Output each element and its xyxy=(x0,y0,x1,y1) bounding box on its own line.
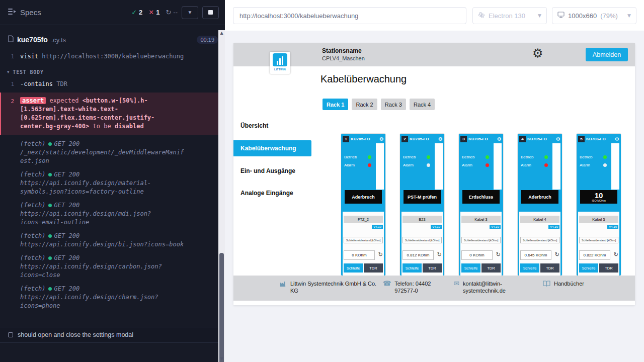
reporter-scrollbar[interactable]: ▲ ▼ xyxy=(218,30,225,362)
scrollbar-thumb[interactable] xyxy=(219,253,224,362)
gear-icon[interactable]: ⚙ xyxy=(497,136,502,142)
browser-name: Electron 130 xyxy=(489,12,525,20)
tdr-button[interactable]: TDR xyxy=(540,263,559,273)
schleife-button[interactable]: Schleife xyxy=(520,263,539,273)
station-label: Stationsname xyxy=(322,47,362,54)
viewport-select[interactable]: 1000x660 (79%) ▼ xyxy=(552,7,636,24)
sidebar-item-analoge-eingaenge[interactable]: Analoge Eingänge xyxy=(233,185,311,201)
gear-icon[interactable]: ⚙ xyxy=(438,136,443,142)
status-dot-icon xyxy=(48,234,52,238)
fetch-label: (fetch) xyxy=(20,140,46,148)
schleife-button[interactable]: Schleife xyxy=(461,263,480,273)
status-display: Erdschluss xyxy=(462,190,500,204)
led-strip xyxy=(494,143,502,190)
status-display: PST-M prüfen xyxy=(404,190,441,204)
led-strip xyxy=(611,143,619,190)
scroll-up-icon[interactable]: ▲ xyxy=(218,30,225,36)
loop-resistance-value: 0.822 KOhm xyxy=(579,250,610,260)
status-display: Aderbruch xyxy=(345,190,382,204)
command-number: 2 xyxy=(5,97,14,106)
alarm-led xyxy=(603,163,607,167)
sidebar-item-ein-ausgaenge[interactable]: Ein- und Ausgänge xyxy=(233,163,311,179)
schleife-button[interactable]: Schleife xyxy=(579,263,598,273)
collapse-button[interactable]: ▼ xyxy=(182,6,198,19)
next-test-row[interactable]: should open and close the settings modal xyxy=(0,327,218,343)
fetch-url: /_next/static/development/_devMiddleware… xyxy=(20,148,186,165)
url-input[interactable]: http://localhost:3000/kabelueberwachung xyxy=(233,7,466,24)
stop-button[interactable] xyxy=(202,6,219,19)
gear-icon[interactable]: ⚙ xyxy=(379,136,384,142)
app-viewport: Stationsname CPLV4_Maschen ⚙ Abmelden LI… xyxy=(233,43,635,305)
card-lower-panel: B23 V4.19 Schleifenwiderstand [kOhm] 0.8… xyxy=(401,212,443,276)
fetch-log-entry[interactable]: (fetch)GET 200 https://api.iconify.desig… xyxy=(20,170,218,196)
tdr-button[interactable]: TDR xyxy=(599,263,618,273)
tdr-button[interactable]: TDR xyxy=(481,263,501,273)
phone-icon: ☎ xyxy=(383,280,391,295)
logout-button[interactable]: Abmelden xyxy=(586,48,628,61)
betrieb-led xyxy=(486,155,489,159)
command-visit[interactable]: 1 visit http://localhost:3000/kabelueber… xyxy=(0,51,218,62)
browser-select[interactable]: Electron 130 ▼ xyxy=(472,7,547,24)
tab-rack-4[interactable]: Rack 4 xyxy=(410,99,435,110)
sidebar-item-uebersicht[interactable]: Übersicht xyxy=(233,118,311,134)
spec-file-row[interactable]: kue705fo .cy.ts 00:19 xyxy=(0,25,225,50)
fetch-status: GET 200 xyxy=(54,232,80,240)
cross-icon: ✕ xyxy=(148,9,154,16)
command-arg: http://localhost:3000/kabelueberwachung xyxy=(42,53,184,60)
aut-stage: Stationsname CPLV4_Maschen ⚙ Abmelden LI… xyxy=(225,31,644,362)
refresh-icon[interactable]: ↻ xyxy=(555,251,559,258)
command-contains[interactable]: 1 -contains TDR xyxy=(0,79,218,89)
sidebar-item-kabelueberwachung[interactable]: Kabelüberwachung xyxy=(233,140,311,156)
tab-rack-1[interactable]: Rack 1 xyxy=(323,99,348,110)
page-title: Kabelüberwachung xyxy=(320,73,407,85)
fetch-log-entry[interactable]: (fetch)GET 200 https://api.iconify.desig… xyxy=(20,201,218,227)
email-icon: ✉ xyxy=(454,280,459,295)
footer-manuals[interactable]: Handbücher xyxy=(543,280,584,287)
status-dot-icon xyxy=(48,256,52,260)
fetch-log-entry[interactable]: (fetch)GET 200 https://api.iconify.desig… xyxy=(20,254,218,280)
loop-resistance-label: Schleifenwiderstand [kOhm] xyxy=(520,237,559,243)
fetch-url: https://api.iconify.design/bi.json?icons… xyxy=(20,240,186,249)
tab-rack-3[interactable]: Rack 3 xyxy=(381,99,406,110)
test-body-section[interactable]: ▾ TEST BODY xyxy=(7,68,218,76)
test-stats: ✓2 ✕1 ↻-- xyxy=(131,9,178,16)
alarm-led xyxy=(427,163,430,167)
alarm-label: Alarm xyxy=(580,163,590,167)
fetch-log-entry[interactable]: (fetch)GET 200 /_next/static/development… xyxy=(20,140,218,165)
settings-gear-icon[interactable]: ⚙ xyxy=(532,46,543,60)
station-value: CPLV4_Maschen xyxy=(322,55,365,61)
status-dot-icon xyxy=(48,173,52,176)
schleife-button[interactable]: Schleife xyxy=(344,263,363,273)
betrieb-led xyxy=(603,155,607,159)
refresh-icon[interactable]: ↻ xyxy=(496,251,501,258)
tdr-button[interactable]: TDR xyxy=(423,263,442,273)
fetch-log-entry[interactable]: (fetch)GET 200 https://api.iconify.desig… xyxy=(20,232,218,249)
fetch-log-entry[interactable]: (fetch)GET 200 https://api.iconify.desig… xyxy=(20,285,218,310)
device-card-4: 4KÜ705-FO⚙ Betrieb Alarm Aderbruch Kabel… xyxy=(518,134,562,276)
specs-label[interactable]: Specs xyxy=(20,8,41,17)
version-tag: V4.19 xyxy=(490,225,501,229)
scroll-down-icon[interactable]: ▼ xyxy=(218,356,225,362)
stop-icon xyxy=(208,10,213,15)
fetch-status: GET 200 xyxy=(54,140,80,148)
tdr-button[interactable]: TDR xyxy=(364,263,383,273)
led-strip xyxy=(552,143,560,190)
spec-name: kue705fo xyxy=(17,36,48,44)
refresh-icon[interactable]: ↻ xyxy=(378,251,383,258)
refresh-icon[interactable]: ↻ xyxy=(437,251,442,258)
alarm-label: Alarm xyxy=(344,163,355,167)
specs-menu-icon[interactable] xyxy=(8,8,16,17)
failed-assert[interactable]: 2 assert expected <button.w-[50%].h-[1.5… xyxy=(0,93,218,135)
betrieb-label: Betrieb xyxy=(344,155,357,159)
card-number: 2 xyxy=(401,136,408,142)
betrieb-led xyxy=(427,155,430,159)
schleife-button[interactable]: Schleife xyxy=(403,263,422,273)
refresh-icon[interactable]: ↻ xyxy=(614,251,618,258)
tab-rack-2[interactable]: Rack 2 xyxy=(352,99,377,110)
gear-icon[interactable]: ⚙ xyxy=(556,136,560,142)
footer-email[interactable]: ✉ kontakt@littwin-systemtechnik.de xyxy=(454,280,524,295)
status-display: Aderbruch xyxy=(521,190,558,204)
loop-resistance-label: Schleifenwiderstand [kOhm] xyxy=(403,237,442,243)
gear-icon[interactable]: ⚙ xyxy=(615,136,619,142)
alarm-label: Alarm xyxy=(521,163,531,167)
